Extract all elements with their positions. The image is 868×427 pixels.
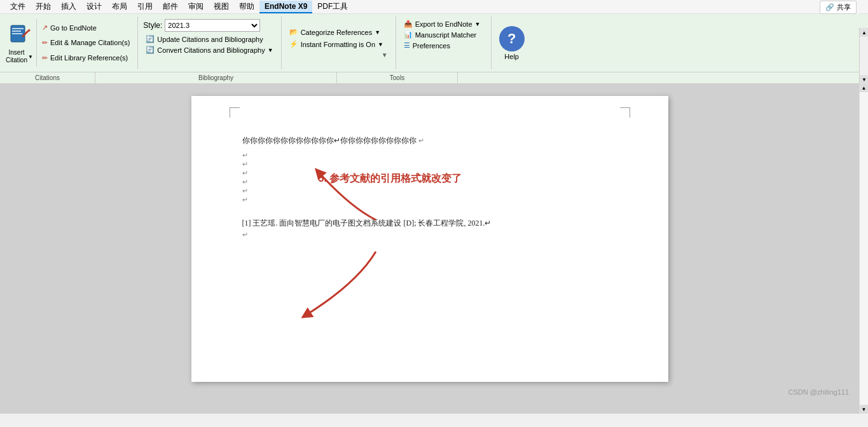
document-body: 你你你你你你你你你你你你↵你你你你你你你你你你 ↵ [242, 134, 617, 148]
insert-citation-icon [8, 22, 31, 49]
edit-manage-citation-button[interactable]: ✏ Edit & Manage Citation(s) [39, 38, 132, 48]
citations-label: Citations [0, 72, 95, 83]
share-label: 共享 [837, 3, 851, 12]
watermark: CSDN @zhiting111 [788, 388, 849, 396]
para-mark-6: ↵ [242, 187, 248, 194]
share-area: 🔗 共享 [820, 0, 859, 14]
tools-group: 📤 Export to EndNote ▼ 📊 Manuscript Match… [396, 17, 492, 69]
ribbon-scroll-up[interactable]: ▲ [860, 28, 868, 37]
edit-manage-label: Edit & Manage Citation(s) [50, 39, 130, 46]
categorize-icon: 📂 [289, 28, 298, 36]
menu-file[interactable]: 文件 [5, 0, 31, 13]
export-icon: 📤 [404, 20, 413, 28]
share-icon: 🔗 [825, 3, 834, 11]
svg-rect-2 [12, 30, 21, 32]
manuscript-label: Manuscript Matcher [415, 31, 477, 39]
convert-citations-button[interactable]: 🔄 Convert Citations and Bibliography ▼ [143, 45, 275, 55]
menu-insert[interactable]: 插入 [56, 0, 81, 13]
manuscript-matcher-button[interactable]: 📊 Manuscript Matcher [401, 30, 486, 39]
preferences-icon: ☰ [404, 41, 410, 50]
corner-mark-tl [230, 107, 240, 118]
share-button[interactable]: 🔗 共享 [820, 1, 857, 14]
menu-cite[interactable]: 引用 [132, 0, 158, 13]
go-to-endnote-icon: ↗ [42, 24, 48, 32]
bib-buttons: 🔄 Update Citations and Bibliography 🔄 Co… [143, 34, 275, 55]
edit-library-icon: ✏ [42, 54, 48, 62]
para-mark-5: ↵ [242, 178, 248, 186]
menu-layout[interactable]: 布局 [107, 0, 132, 13]
svg-rect-3 [12, 33, 22, 34]
categorize-label: Categorize References [301, 29, 373, 36]
reference-section: [1] 王艺瑶. 面向智慧电厂的电子图文档系统建设 [D]; 长春工程学院, 2… [242, 217, 617, 240]
go-to-endnote-label: Go to EndNote [50, 24, 97, 32]
help-group: ? Help [492, 17, 532, 69]
svg-rect-1 [12, 28, 24, 29]
menu-start[interactable]: 开始 [31, 0, 56, 13]
menu-bar: 文件 开始 插入 设计 布局 引用 邮件 审阅 视图 帮助 EndNote X9… [0, 0, 868, 14]
preferences-button[interactable]: ☰ Preferences [401, 41, 486, 50]
menu-help[interactable]: 帮助 [234, 0, 259, 13]
edit-library-button[interactable]: ✏ Edit Library Reference(s) [39, 53, 132, 63]
para-mark-2: ↵ [242, 151, 248, 159]
scroll-up-arrow[interactable]: ▲ [860, 83, 869, 92]
export-label: Export to EndNote [415, 20, 472, 28]
insert-citation-label: Insert Citation ▼ [6, 49, 33, 64]
menu-mail[interactable]: 邮件 [158, 0, 183, 13]
help-icon: ? [507, 30, 516, 47]
update-citations-button[interactable]: 🔄 Update Citations and Bibliography [143, 34, 275, 44]
bibliography-expand-icon[interactable]: ▼ [382, 51, 388, 58]
help-button[interactable]: ? [499, 26, 525, 51]
ribbon-scroll: ▲ ▼ [859, 28, 868, 84]
convert-icon: 🔄 [146, 46, 155, 54]
scroll-down-arrow[interactable]: ▼ [860, 405, 869, 414]
ribbon-scroll-down[interactable]: ▼ [860, 75, 868, 84]
menu-endnote[interactable]: EndNote X9 [259, 1, 312, 13]
para-mark-4: ↵ [242, 169, 248, 177]
annotation-text: 5. 参考文献的引用格式就改变了 [319, 172, 462, 186]
menu-review[interactable]: 审阅 [183, 0, 209, 13]
para-mark-7: ↵ [242, 196, 248, 203]
edit-library-label: Edit Library Reference(s) [50, 54, 128, 62]
categorize-references-button[interactable]: 📂 Categorize References ▼ [287, 27, 390, 37]
help-label: Help [504, 53, 519, 60]
instant-formatting-button[interactable]: ⚡ Instant Formatting is On ▼ [287, 39, 390, 49]
convert-label: Convert Citations and Bibliography [157, 46, 265, 54]
bibliography-label: Bibliography [95, 72, 337, 83]
go-to-endnote-button[interactable]: ↗ Go to EndNote [39, 23, 132, 32]
ribbon-content: Insert Citation ▼ ↗ Go to EndNote ✏ Edit… [0, 14, 868, 72]
menu-design[interactable]: 设计 [81, 0, 107, 13]
para-mark-1: ↵ [418, 137, 424, 144]
bib-right-buttons: 📂 Categorize References ▼ ⚡ Instant Form… [282, 17, 396, 69]
citations-group: Insert Citation ▼ ↗ Go to EndNote ✏ Edit… [0, 17, 138, 69]
preferences-label: Preferences [413, 42, 450, 50]
instant-formatting-label: Instant Formatting is On [301, 41, 375, 48]
menu-view[interactable]: 视图 [209, 0, 234, 13]
update-label: Update Citations and Bibliography [157, 36, 263, 43]
reference-item-1: [1] 王艺瑶. 面向智慧电厂的电子图文档系统建设 [D]; 长春工程学院, 2… [242, 217, 617, 231]
ribbon-labels-row: Citations Bibliography Tools [0, 72, 868, 83]
citation-sub-buttons: ↗ Go to EndNote ✏ Edit & Manage Citation… [37, 19, 135, 67]
para-mark-ref: ↵ [242, 231, 248, 238]
export-endnote-button[interactable]: 📤 Export to EndNote ▼ [401, 19, 486, 29]
ribbon: Insert Citation ▼ ↗ Go to EndNote ✏ Edit… [0, 14, 868, 83]
manuscript-icon: 📊 [404, 30, 413, 39]
document-area: 你你你你你你你你你你你你↵你你你你你你你你你你 ↵ ↵ ↵ ↵ ↵ ↵ ↵ [1… [0, 83, 859, 414]
main-layout: 你你你你你你你你你你你你↵你你你你你你你你你你 ↵ ↵ ↵ ↵ ↵ ↵ ↵ [1… [0, 83, 868, 414]
menu-pdf[interactable]: PDF工具 [312, 0, 353, 13]
body-text: 你你你你你你你你你你你你↵你你你你你你你你你你 [242, 136, 417, 145]
svg-marker-5 [29, 29, 31, 32]
tools-label: Tools [337, 72, 458, 83]
instant-formatting-icon: ⚡ [289, 40, 298, 48]
style-label: Style: [143, 21, 162, 30]
scroll-track[interactable] [860, 92, 869, 405]
style-row: Style: 2021.3 [143, 19, 275, 32]
edit-manage-icon: ✏ [42, 39, 48, 47]
tools-buttons: 📤 Export to EndNote ▼ 📊 Manuscript Match… [401, 19, 486, 50]
insert-citation-button[interactable]: Insert Citation ▼ [3, 19, 37, 67]
style-select[interactable]: 2021.3 [165, 19, 260, 32]
update-icon: 🔄 [146, 35, 155, 43]
bibliography-group: Style: 2021.3 🔄 Update Citations and Bib… [138, 17, 281, 69]
para-mark-3: ↵ [242, 160, 248, 168]
right-scrollbar: ▲ ▼ [859, 83, 868, 414]
document-page: 你你你你你你你你你你你你↵你你你你你你你你你你 ↵ ↵ ↵ ↵ ↵ ↵ ↵ [1… [191, 96, 668, 382]
